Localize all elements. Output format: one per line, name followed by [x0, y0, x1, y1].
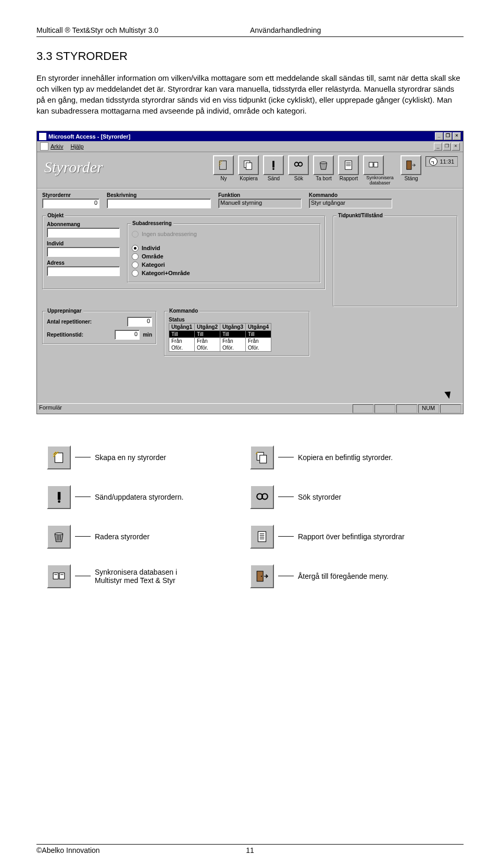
tidpunkt-legend: Tidpunkt/Tillstånd	[336, 213, 384, 218]
section-body: En styrorder innehåller information om v…	[36, 72, 464, 116]
delete-label: Ta bort	[313, 176, 334, 181]
upprepningar-group: Upprepningar Antal repetitioner: 0 Repet…	[42, 311, 157, 344]
col2-header: Utgång2	[195, 324, 220, 331]
reptid-unit: min	[143, 332, 152, 338]
clock-time: 11:31	[440, 158, 454, 165]
app-icon	[39, 133, 46, 140]
report-button[interactable]	[338, 155, 359, 175]
svg-rect-33	[59, 573, 65, 579]
child-minimize-button[interactable]: _	[434, 143, 442, 151]
radio-katomr-label: Kategori+Område	[142, 270, 190, 276]
send-button[interactable]	[263, 155, 284, 175]
close-button[interactable]: ×	[453, 132, 461, 140]
col2-r1[interactable]: Till	[195, 331, 220, 338]
kommando-legend: Kommando	[168, 308, 199, 314]
funktion-label: Funktion	[218, 192, 302, 198]
individ-input[interactable]	[47, 247, 120, 257]
delete-button[interactable]	[313, 155, 334, 175]
col1-r3[interactable]: Oför.	[169, 344, 194, 351]
col1-r1[interactable]: Till	[169, 331, 194, 338]
sync-label: Synkronisera databaser	[363, 176, 396, 186]
col3-r1[interactable]: Till	[220, 331, 245, 338]
antal-input[interactable]: 0	[127, 317, 152, 327]
restore-button[interactable]: ❐	[444, 132, 452, 140]
header-divider	[36, 36, 464, 37]
beskrivning-input[interactable]	[107, 199, 211, 208]
copy-button[interactable]	[238, 155, 259, 175]
radio-katomr[interactable]	[132, 270, 139, 277]
radio-omrade-label: Område	[142, 253, 164, 259]
child-close-button[interactable]: ×	[452, 143, 460, 151]
reptid-input[interactable]: 0	[115, 330, 140, 340]
minimize-button[interactable]: _	[435, 132, 443, 140]
close-button-tb[interactable]	[401, 155, 421, 175]
outer-titlebar: Microsoft Access - [Styrorder] _ ❐ ×	[37, 131, 463, 141]
child-restore-button[interactable]: ❐	[443, 143, 451, 151]
upprepningar-legend: Upprepningar	[46, 308, 83, 314]
col3-r2[interactable]: Från	[220, 338, 245, 344]
svg-rect-32	[53, 573, 58, 579]
footer-left: ©Abelko Innovation	[36, 846, 246, 854]
radio-individ[interactable]	[132, 245, 139, 252]
adress-label: Adress	[47, 260, 120, 266]
legend-back-icon	[250, 564, 274, 588]
svg-point-6	[298, 163, 302, 166]
menu-arkiv[interactable]: Arkiv	[51, 143, 63, 150]
icon-legend: Skapa en ny styrorder Kopiera en befintl…	[47, 445, 453, 588]
radio-kategori[interactable]	[132, 262, 139, 268]
col4-r2[interactable]: Från	[246, 338, 271, 344]
form-icon	[40, 142, 48, 151]
legend-copy-text: Kopiera en befintlig styrorder.	[298, 453, 393, 462]
col4-r3[interactable]: Oför.	[246, 344, 271, 351]
svg-rect-8	[345, 161, 352, 170]
search-button[interactable]	[288, 155, 309, 175]
col4-header: Utgång4	[246, 324, 271, 331]
svg-point-4	[273, 168, 275, 170]
search-label: Sök	[288, 176, 309, 181]
access-window: Microsoft Access - [Styrorder] _ ❐ × Ark…	[36, 131, 464, 414]
adress-input[interactable]	[47, 266, 120, 276]
col2-r2[interactable]: Från	[195, 338, 220, 344]
col1-header: Utgång1	[169, 324, 194, 331]
col2-r3[interactable]: Oför.	[195, 344, 220, 351]
svg-point-5	[295, 163, 298, 166]
funktion-input[interactable]: Manuell styrning	[218, 199, 302, 208]
status-label: Status	[169, 317, 305, 323]
svg-rect-19	[58, 492, 60, 500]
beskrivning-label: Beskrivning	[107, 192, 211, 198]
svg-rect-13	[374, 163, 378, 167]
col1-r2[interactable]: Från	[169, 338, 194, 344]
page-footer: ©Abelko Innovation 11	[36, 840, 464, 854]
col4-r1[interactable]: Till	[246, 331, 271, 338]
legend-search-text: Sök styrorder	[298, 493, 341, 501]
menu-hjalp[interactable]: Hjälp	[70, 143, 83, 150]
clock: 11:31	[426, 156, 458, 167]
status-table: Utgång1 Till Från Oför. Utgång2 Till Frå…	[169, 323, 305, 352]
legend-search-icon	[250, 485, 274, 509]
new-label: Ny	[213, 176, 234, 181]
close-label: Stäng	[401, 176, 421, 181]
abonnemang-input[interactable]	[47, 228, 120, 238]
clock-icon	[429, 157, 438, 166]
cursor-icon	[446, 390, 454, 399]
kommando-label: Kommando	[309, 192, 392, 198]
objekt-legend: Objekt	[46, 213, 65, 218]
svg-rect-2	[246, 163, 252, 169]
radio-kategori-label: Kategori	[142, 262, 165, 268]
legend-send-icon	[47, 485, 71, 509]
new-button[interactable]	[213, 155, 234, 175]
kommando-input[interactable]: Styr utgångar	[309, 199, 392, 208]
section-heading: 3.3 STYRORDER	[36, 49, 464, 63]
objekt-group: Objekt Abonnemang Individ	[42, 216, 326, 290]
svg-rect-3	[273, 161, 275, 168]
svg-rect-36	[257, 571, 263, 581]
styrordernr-input[interactable]: 0	[42, 199, 99, 208]
svg-point-23	[55, 532, 63, 535]
radio-omrade[interactable]	[132, 253, 139, 260]
sync-button[interactable]	[363, 155, 384, 175]
col3-r3[interactable]: Oför.	[220, 344, 245, 351]
antal-label: Antal repetitioner:	[47, 319, 124, 325]
radio-none-label: Ingen subadressering	[142, 231, 197, 237]
svg-point-20	[58, 500, 60, 503]
radio-none	[132, 231, 139, 238]
